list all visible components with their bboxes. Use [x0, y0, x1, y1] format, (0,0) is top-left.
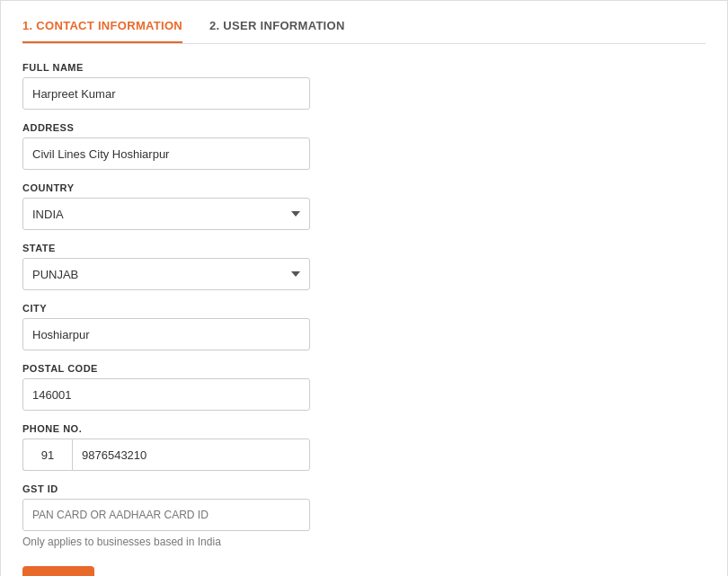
phone-label: PHONE NO.: [22, 423, 310, 434]
next-button[interactable]: Next: [22, 566, 94, 576]
gst-id-input[interactable]: [22, 499, 310, 531]
full-name-input[interactable]: [22, 77, 310, 110]
phone-group: PHONE NO.: [22, 423, 310, 471]
phone-row: [22, 439, 310, 471]
tab-user-information[interactable]: 2. USER INFORMATION: [209, 19, 345, 43]
page-container: 1. CONTACT INFORMATION 2. USER INFORMATI…: [0, 0, 728, 576]
city-input[interactable]: [22, 318, 310, 350]
tabs-bar: 1. CONTACT INFORMATION 2. USER INFORMATI…: [22, 19, 706, 44]
state-group: STATE PUNJAB DELHI MAHARASHTRA KARNATAKA…: [22, 243, 310, 290]
address-group: ADDRESS: [22, 122, 310, 170]
footer-row: Next Have an account? Go back to Login: [22, 566, 310, 576]
contact-form: FULL NAME ADDRESS COUNTRY INDIA USA UK C…: [22, 62, 310, 576]
postal-code-input[interactable]: [22, 378, 310, 411]
gst-id-hint: Only applies to businesses based in Indi…: [22, 536, 310, 548]
postal-code-label: POSTAL CODE: [22, 363, 310, 374]
city-group: CITY: [22, 303, 310, 350]
tab-contact-information[interactable]: 1. CONTACT INFORMATION: [22, 19, 182, 43]
full-name-label: FULL NAME: [22, 62, 310, 73]
address-input[interactable]: [22, 137, 310, 170]
address-label: ADDRESS: [22, 122, 310, 133]
phone-country-code-input[interactable]: [22, 439, 72, 471]
full-name-group: FULL NAME: [22, 62, 310, 110]
country-select[interactable]: INDIA USA UK Canada Australia: [22, 198, 310, 230]
phone-number-input[interactable]: [72, 439, 310, 471]
gst-id-group: GST ID Only applies to businesses based …: [22, 483, 310, 548]
state-select[interactable]: PUNJAB DELHI MAHARASHTRA KARNATAKA GUJAR…: [22, 258, 310, 290]
country-label: COUNTRY: [22, 182, 310, 193]
gst-id-label: GST ID: [22, 483, 310, 494]
postal-code-group: POSTAL CODE: [22, 363, 310, 411]
city-label: CITY: [22, 303, 310, 314]
state-label: STATE: [22, 243, 310, 253]
country-group: COUNTRY INDIA USA UK Canada Australia: [22, 182, 310, 230]
